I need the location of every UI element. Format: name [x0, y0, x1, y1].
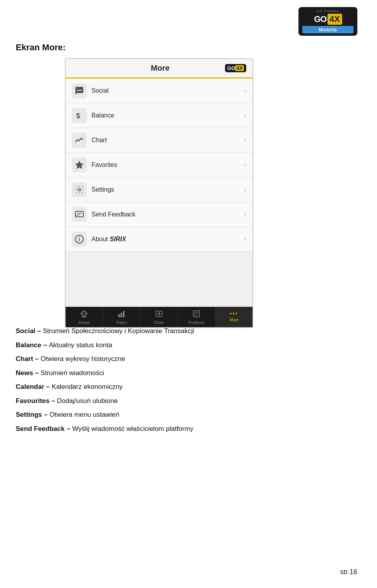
page-title: Ekran More: [16, 42, 66, 53]
desc-social: Social – Strumień Społecznościowy i Kopi… [16, 326, 361, 336]
more-icon: ••• [230, 310, 238, 317]
rates-icon [118, 310, 126, 319]
menu-item-social[interactable]: Social › [66, 79, 253, 103]
balance-chevron: › [244, 112, 246, 119]
nav-rates[interactable]: Rates [103, 307, 140, 327]
nav-positions-label: Positions [188, 321, 205, 325]
chart-chevron: › [244, 137, 246, 144]
nav-more[interactable]: ••• More [216, 307, 253, 327]
menu-item-favorites[interactable]: Favorites › [66, 153, 253, 178]
menu-item-settings-left: Settings [72, 182, 114, 197]
desc-settings: Settings – Otwiera menu ustawień [16, 410, 361, 420]
desc-balance-text: Aktualny status konta [49, 341, 112, 349]
nav-positions[interactable]: Positions [178, 307, 215, 327]
desc-settings-term: Settings [16, 411, 42, 418]
desc-send-feedback-text: Wyślij wiadomość właścicielom platformy [72, 425, 194, 432]
goforex-text: GO FOREX [317, 9, 339, 13]
desc-send-feedback-term: Send Feedback [16, 425, 65, 432]
chart-label: Chart [92, 137, 107, 144]
svg-marker-4 [75, 161, 83, 169]
desc-social-dash: – [37, 327, 43, 335]
desc-news-term: News [16, 369, 33, 377]
page-number: str.16 [340, 568, 357, 576]
desc-chart: Chart – Otwiera wykresy historyczne [16, 354, 361, 364]
desc-balance-dash: – [43, 341, 49, 349]
phone-spacer [66, 252, 253, 307]
desc-send-feedback-dash: – [66, 425, 72, 432]
balance-label: Balance [92, 112, 114, 119]
desc-settings-dash: – [44, 411, 49, 418]
phone-mockup: More GO 4X Social › [65, 58, 253, 328]
favorites-chevron: › [244, 161, 246, 169]
svg-text:$: $ [76, 112, 80, 120]
desc-balance: Balance – Aktualny status konta [16, 340, 361, 350]
menu-item-chart-left: Chart [72, 133, 107, 148]
svg-point-2 [81, 90, 82, 91]
menu-item-favorites-left: Favorites [72, 158, 117, 172]
nav-rates-label: Rates [117, 321, 127, 325]
svg-point-5 [78, 189, 81, 191]
desc-calendar: Calendar – Kalendarz ekonomiczny [16, 382, 361, 392]
logo-go-text: GO [314, 14, 326, 24]
phone-header-title: More [95, 64, 225, 73]
favorites-label: Favorites [92, 161, 117, 169]
nav-more-label: More [229, 318, 238, 322]
favorites-icon [72, 158, 87, 172]
desc-balance-term: Balance [16, 341, 41, 349]
logo-mobile-bar: Mobile [302, 26, 353, 33]
svg-point-11 [79, 237, 80, 238]
svg-rect-14 [118, 314, 120, 317]
settings-icon [72, 182, 87, 197]
nav-order[interactable]: Order [141, 307, 178, 327]
desc-social-term: Social [16, 327, 35, 335]
send-feedback-icon [72, 207, 87, 222]
desc-calendar-text: Kalendarz ekonomiczny [52, 383, 123, 390]
menu-item-chart[interactable]: Chart › [66, 128, 253, 153]
menu-item-social-left: Social [72, 83, 109, 98]
logo-4x-box: 4X [328, 14, 342, 25]
desc-news-text: Strumień wiadomości [40, 369, 104, 377]
svg-point-0 [77, 90, 79, 91]
menu-item-send-feedback-left: Send Feedback [72, 207, 135, 222]
phone-header: More GO 4X [66, 59, 253, 79]
social-icon [72, 83, 87, 98]
send-feedback-chevron: › [244, 211, 246, 218]
about-icon [72, 232, 87, 247]
about-chevron: › [244, 236, 246, 243]
menu-item-balance-left: $ Balance [72, 108, 114, 123]
chart-icon [72, 133, 87, 148]
desc-settings-text: Otwiera menu ustawień [49, 411, 119, 418]
logo-box: GO FOREX GO 4X Mobile [298, 7, 357, 36]
desc-calendar-term: Calendar [16, 383, 44, 390]
send-feedback-label: Send Feedback [92, 211, 135, 218]
home-icon [80, 310, 88, 319]
svg-rect-15 [121, 313, 122, 317]
bottom-nav: Home Rates Order [66, 307, 253, 327]
positions-icon [192, 310, 200, 319]
logo-go4x: GO 4X [314, 14, 342, 25]
desc-favourites-term: Favourites [16, 397, 49, 405]
desc-favourites: Favourites – Dodaj/usuń ulubione [16, 396, 361, 406]
description-area: Social – Strumień Społecznościowy i Kopi… [16, 326, 361, 438]
menu-item-about-left: About SIRIX [72, 232, 126, 247]
order-icon [155, 310, 163, 319]
logo-area: GO FOREX GO 4X Mobile [298, 7, 361, 35]
settings-chevron: › [244, 186, 246, 193]
desc-news-dash: – [35, 369, 40, 377]
svg-rect-16 [123, 311, 124, 317]
desc-news: News – Strumień wiadomości [16, 368, 361, 378]
nav-home[interactable]: Home [66, 307, 103, 327]
menu-item-settings[interactable]: Settings › [66, 178, 253, 202]
svg-rect-13 [83, 315, 85, 317]
nav-order-label: Order [154, 321, 164, 325]
header-logo-go: GO [227, 65, 235, 71]
svg-point-1 [79, 90, 80, 91]
menu-item-about[interactable]: About SIRIX › [66, 227, 253, 252]
social-label: Social [92, 87, 109, 94]
phone-header-logo: GO 4X [225, 64, 246, 72]
desc-favourites-dash: – [51, 397, 57, 405]
menu-item-balance[interactable]: $ Balance › [66, 103, 253, 128]
desc-favourites-text: Dodaj/usuń ulubione [57, 397, 118, 405]
menu-item-send-feedback[interactable]: Send Feedback › [66, 202, 253, 227]
header-logo-4x: 4X [235, 65, 244, 71]
